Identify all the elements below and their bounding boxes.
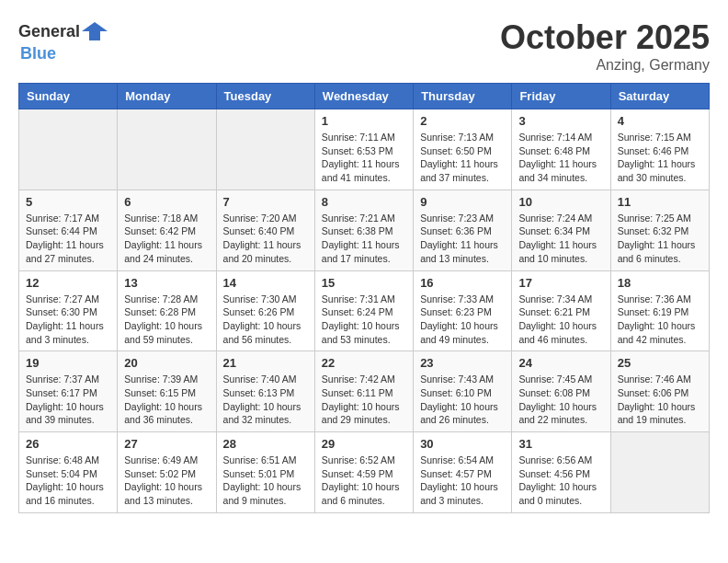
calendar-cell: 30Sunrise: 6:54 AM Sunset: 4:57 PM Dayli… <box>414 432 512 513</box>
header-wednesday: Wednesday <box>314 84 413 109</box>
day-info: Sunrise: 6:56 AM Sunset: 4:56 PM Dayligh… <box>518 454 603 508</box>
calendar-cell: 7Sunrise: 7:20 AM Sunset: 6:40 PM Daylig… <box>216 190 314 270</box>
calendar-cell: 22Sunrise: 7:42 AM Sunset: 6:11 PM Dayli… <box>314 351 413 432</box>
day-number: 10 <box>518 195 603 209</box>
calendar-cell: 20Sunrise: 7:39 AM Sunset: 6:15 PM Dayli… <box>118 351 216 432</box>
day-number: 1 <box>322 114 406 128</box>
day-info: Sunrise: 6:54 AM Sunset: 4:57 PM Dayligh… <box>420 454 505 508</box>
logo-bird-icon <box>82 18 108 44</box>
day-number: 14 <box>223 276 308 290</box>
logo-general: General <box>18 22 80 41</box>
day-number: 22 <box>322 356 406 370</box>
calendar-cell: 14Sunrise: 7:30 AM Sunset: 6:26 PM Dayli… <box>216 270 314 351</box>
day-info: Sunrise: 7:18 AM Sunset: 6:42 PM Dayligh… <box>124 212 209 266</box>
logo-blue: Blue <box>20 44 56 63</box>
calendar-cell: 5Sunrise: 7:17 AM Sunset: 6:44 PM Daylig… <box>19 190 118 270</box>
week-row-2: 5Sunrise: 7:17 AM Sunset: 6:44 PM Daylig… <box>19 190 710 270</box>
day-number: 17 <box>518 276 603 290</box>
calendar-cell: 26Sunrise: 6:48 AM Sunset: 5:04 PM Dayli… <box>19 432 118 513</box>
calendar-cell: 31Sunrise: 6:56 AM Sunset: 4:56 PM Dayli… <box>512 432 610 513</box>
day-number: 6 <box>124 195 209 209</box>
day-number: 30 <box>420 437 505 451</box>
logo-text: General Blue <box>18 18 108 63</box>
day-info: Sunrise: 7:36 AM Sunset: 6:19 PM Dayligh… <box>618 293 702 347</box>
day-info: Sunrise: 7:27 AM Sunset: 6:30 PM Dayligh… <box>26 293 110 347</box>
calendar-cell: 10Sunrise: 7:24 AM Sunset: 6:34 PM Dayli… <box>512 190 610 270</box>
day-info: Sunrise: 7:24 AM Sunset: 6:34 PM Dayligh… <box>518 212 603 266</box>
day-number: 13 <box>124 276 209 290</box>
calendar-cell: 9Sunrise: 7:23 AM Sunset: 6:36 PM Daylig… <box>414 190 512 270</box>
day-info: Sunrise: 7:30 AM Sunset: 6:26 PM Dayligh… <box>223 293 308 347</box>
calendar-cell <box>216 109 314 190</box>
day-info: Sunrise: 7:20 AM Sunset: 6:40 PM Dayligh… <box>223 212 308 266</box>
day-info: Sunrise: 6:52 AM Sunset: 4:59 PM Dayligh… <box>322 454 406 508</box>
day-info: Sunrise: 7:34 AM Sunset: 6:21 PM Dayligh… <box>518 293 603 347</box>
day-info: Sunrise: 7:42 AM Sunset: 6:11 PM Dayligh… <box>322 373 406 427</box>
day-number: 16 <box>420 276 505 290</box>
calendar-cell: 15Sunrise: 7:31 AM Sunset: 6:24 PM Dayli… <box>314 270 413 351</box>
calendar-cell: 3Sunrise: 7:14 AM Sunset: 6:48 PM Daylig… <box>512 109 610 190</box>
week-row-1: 1Sunrise: 7:11 AM Sunset: 6:53 PM Daylig… <box>19 109 710 190</box>
calendar-cell: 12Sunrise: 7:27 AM Sunset: 6:30 PM Dayli… <box>19 270 118 351</box>
day-number: 2 <box>420 114 505 128</box>
day-number: 19 <box>26 356 110 370</box>
day-number: 31 <box>518 437 603 451</box>
day-number: 24 <box>518 356 603 370</box>
day-info: Sunrise: 7:14 AM Sunset: 6:48 PM Dayligh… <box>518 131 603 185</box>
calendar-table: Sunday Monday Tuesday Wednesday Thursday… <box>18 83 710 513</box>
calendar-cell: 28Sunrise: 6:51 AM Sunset: 5:01 PM Dayli… <box>216 432 314 513</box>
day-info: Sunrise: 7:17 AM Sunset: 6:44 PM Dayligh… <box>26 212 110 266</box>
calendar-cell: 4Sunrise: 7:15 AM Sunset: 6:46 PM Daylig… <box>610 109 709 190</box>
day-number: 4 <box>618 114 702 128</box>
calendar-cell: 18Sunrise: 7:36 AM Sunset: 6:19 PM Dayli… <box>610 270 709 351</box>
day-number: 3 <box>518 114 603 128</box>
day-number: 25 <box>618 356 702 370</box>
day-number: 29 <box>322 437 406 451</box>
logo: General Blue <box>18 18 108 63</box>
day-info: Sunrise: 7:15 AM Sunset: 6:46 PM Dayligh… <box>618 131 702 185</box>
day-info: Sunrise: 6:48 AM Sunset: 5:04 PM Dayligh… <box>26 454 110 508</box>
day-info: Sunrise: 7:11 AM Sunset: 6:53 PM Dayligh… <box>322 131 406 185</box>
day-info: Sunrise: 7:37 AM Sunset: 6:17 PM Dayligh… <box>26 373 110 427</box>
week-row-3: 12Sunrise: 7:27 AM Sunset: 6:30 PM Dayli… <box>19 270 710 351</box>
day-info: Sunrise: 7:39 AM Sunset: 6:15 PM Dayligh… <box>124 373 209 427</box>
day-info: Sunrise: 6:51 AM Sunset: 5:01 PM Dayligh… <box>223 454 308 508</box>
weekday-header-row: Sunday Monday Tuesday Wednesday Thursday… <box>19 84 710 109</box>
calendar-cell: 16Sunrise: 7:33 AM Sunset: 6:23 PM Dayli… <box>414 270 512 351</box>
calendar-cell: 11Sunrise: 7:25 AM Sunset: 6:32 PM Dayli… <box>610 190 709 270</box>
calendar-cell: 25Sunrise: 7:46 AM Sunset: 6:06 PM Dayli… <box>610 351 709 432</box>
calendar-cell: 29Sunrise: 6:52 AM Sunset: 4:59 PM Dayli… <box>314 432 413 513</box>
day-info: Sunrise: 7:43 AM Sunset: 6:10 PM Dayligh… <box>420 373 505 427</box>
title-block: October 2025 Anzing, Germany <box>500 18 710 74</box>
day-number: 9 <box>420 195 505 209</box>
day-number: 26 <box>26 437 110 451</box>
day-number: 12 <box>26 276 110 290</box>
day-info: Sunrise: 7:21 AM Sunset: 6:38 PM Dayligh… <box>322 212 406 266</box>
day-number: 28 <box>223 437 308 451</box>
week-row-5: 26Sunrise: 6:48 AM Sunset: 5:04 PM Dayli… <box>19 432 710 513</box>
calendar-cell: 24Sunrise: 7:45 AM Sunset: 6:08 PM Dayli… <box>512 351 610 432</box>
header-tuesday: Tuesday <box>216 84 314 109</box>
week-row-4: 19Sunrise: 7:37 AM Sunset: 6:17 PM Dayli… <box>19 351 710 432</box>
day-info: Sunrise: 7:25 AM Sunset: 6:32 PM Dayligh… <box>618 212 702 266</box>
day-number: 5 <box>26 195 110 209</box>
header-saturday: Saturday <box>610 84 709 109</box>
calendar-cell: 1Sunrise: 7:11 AM Sunset: 6:53 PM Daylig… <box>314 109 413 190</box>
day-number: 7 <box>223 195 308 209</box>
calendar-cell <box>118 109 216 190</box>
calendar-cell: 27Sunrise: 6:49 AM Sunset: 5:02 PM Dayli… <box>118 432 216 513</box>
calendar-cell: 8Sunrise: 7:21 AM Sunset: 6:38 PM Daylig… <box>314 190 413 270</box>
calendar-cell: 6Sunrise: 7:18 AM Sunset: 6:42 PM Daylig… <box>118 190 216 270</box>
day-number: 27 <box>124 437 209 451</box>
day-info: Sunrise: 7:13 AM Sunset: 6:50 PM Dayligh… <box>420 131 505 185</box>
day-number: 11 <box>618 195 702 209</box>
calendar-cell <box>19 109 118 190</box>
month-title: October 2025 <box>500 18 710 57</box>
day-number: 15 <box>322 276 406 290</box>
header-monday: Monday <box>118 84 216 109</box>
day-info: Sunrise: 7:46 AM Sunset: 6:06 PM Dayligh… <box>618 373 702 427</box>
day-info: Sunrise: 7:45 AM Sunset: 6:08 PM Dayligh… <box>518 373 603 427</box>
calendar-cell: 19Sunrise: 7:37 AM Sunset: 6:17 PM Dayli… <box>19 351 118 432</box>
calendar-cell: 17Sunrise: 7:34 AM Sunset: 6:21 PM Dayli… <box>512 270 610 351</box>
location-title: Anzing, Germany <box>500 57 710 74</box>
